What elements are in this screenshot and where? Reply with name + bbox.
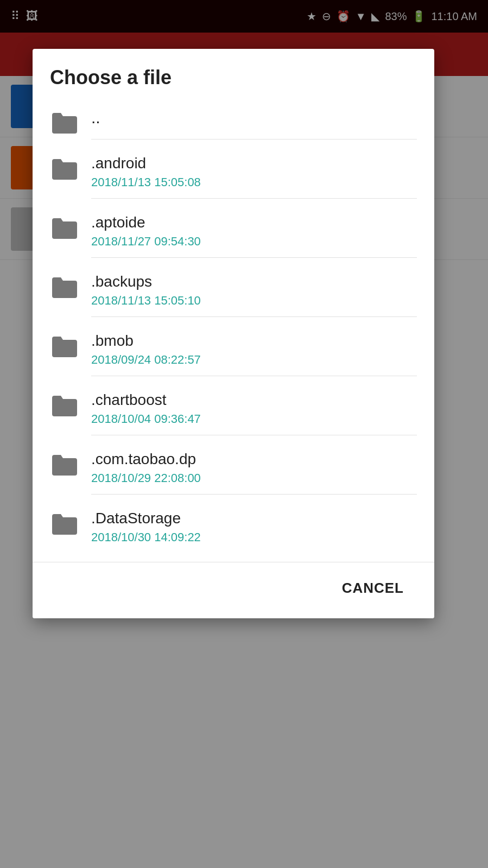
file-item-taobao[interactable]: .com.taobao.dp 2018/10/29 22:08:00 — [33, 440, 434, 499]
file-info-backups: .backups 2018/11/13 15:05:10 — [91, 273, 417, 317]
file-info-datastorage: .DataStorage 2018/10/30 14:09:22 — [91, 510, 417, 553]
file-info-taobao: .com.taobao.dp 2018/10/29 22:08:00 — [91, 451, 417, 495]
folder-icon-backups — [50, 275, 78, 299]
file-chooser-dialog: Choose a file .. .android 2018/11/13 1 — [33, 49, 434, 618]
file-name-parent: .. — [91, 109, 417, 127]
file-date-chartboost: 2018/10/04 09:36:47 — [91, 412, 417, 426]
file-date-datastorage: 2018/10/30 14:09:22 — [91, 530, 417, 544]
file-item-chartboost[interactable]: .chartboost 2018/10/04 09:36:47 — [33, 381, 434, 440]
file-name-aptoide: .aptoide — [91, 214, 417, 231]
file-item-backups[interactable]: .backups 2018/11/13 15:05:10 — [33, 262, 434, 321]
file-date-bmob: 2018/09/24 08:22:57 — [91, 353, 417, 367]
folder-icon-android — [50, 157, 78, 181]
dialog-title: Choose a file — [33, 49, 434, 98]
file-name-taobao: .com.taobao.dp — [91, 451, 417, 468]
file-date-android: 2018/11/13 15:05:08 — [91, 175, 417, 189]
file-name-bmob: .bmob — [91, 332, 417, 350]
folder-icon-bmob — [50, 334, 78, 358]
file-date-backups: 2018/11/13 15:05:10 — [91, 294, 417, 308]
dialog-footer: CANCEL — [33, 562, 434, 618]
file-date-taobao: 2018/10/29 22:08:00 — [91, 471, 417, 485]
file-info-android: .android 2018/11/13 15:05:08 — [91, 155, 417, 199]
file-date-aptoide: 2018/11/27 09:54:30 — [91, 235, 417, 249]
file-info-parent: .. — [91, 109, 417, 140]
file-info-aptoide: .aptoide 2018/11/27 09:54:30 — [91, 214, 417, 258]
file-name-chartboost: .chartboost — [91, 391, 417, 409]
file-info-bmob: .bmob 2018/09/24 08:22:57 — [91, 332, 417, 376]
file-item-bmob[interactable]: .bmob 2018/09/24 08:22:57 — [33, 321, 434, 381]
file-info-chartboost: .chartboost 2018/10/04 09:36:47 — [91, 391, 417, 435]
file-item-parent[interactable]: .. — [33, 98, 434, 144]
folder-icon-datastorage — [50, 512, 78, 536]
folder-icon-aptoide — [50, 216, 78, 240]
file-item-aptoide[interactable]: .aptoide 2018/11/27 09:54:30 — [33, 203, 434, 262]
folder-icon-chartboost — [50, 394, 78, 417]
file-item-android[interactable]: .android 2018/11/13 15:05:08 — [33, 144, 434, 203]
folder-icon-parent — [50, 111, 78, 135]
file-name-datastorage: .DataStorage — [91, 510, 417, 527]
file-list[interactable]: .. .android 2018/11/13 15:05:08 — [33, 98, 434, 562]
file-name-backups: .backups — [91, 273, 417, 290]
file-name-android: .android — [91, 155, 417, 172]
cancel-button[interactable]: CANCEL — [329, 571, 417, 605]
file-item-datastorage[interactable]: .DataStorage 2018/10/30 14:09:22 — [33, 499, 434, 557]
folder-icon-taobao — [50, 453, 78, 477]
